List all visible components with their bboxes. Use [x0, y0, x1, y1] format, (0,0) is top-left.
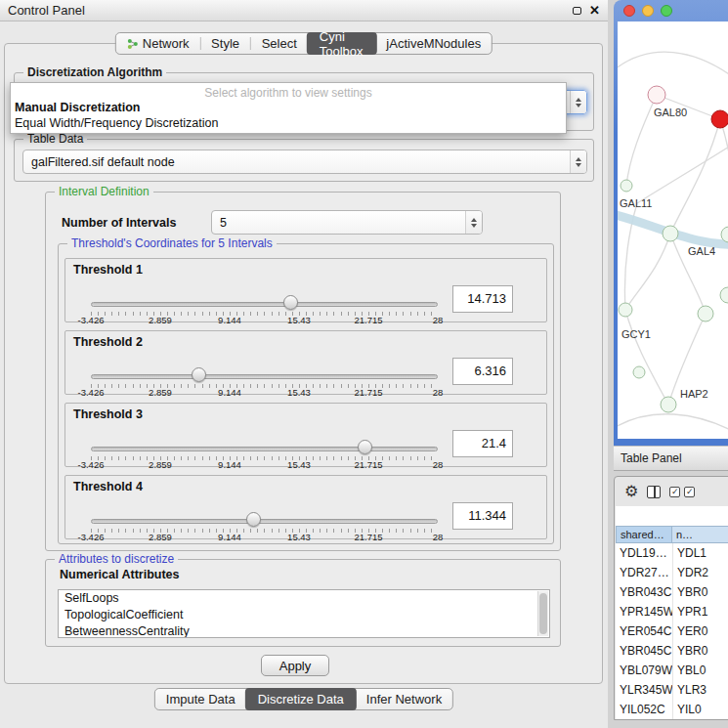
node-selected-red[interactable] [711, 110, 728, 128]
tab-discretize-data[interactable]: Discretize Data [245, 688, 357, 710]
cell[interactable]: YPR145W [616, 602, 672, 621]
combobox-stepper-icon [465, 211, 482, 234]
cell[interactable]: YBR0 [672, 641, 728, 661]
slider-thumb[interactable] [283, 295, 298, 310]
cell[interactable]: YER054C [616, 621, 672, 641]
gear-icon[interactable]: ⚙ [624, 484, 638, 499]
list-item[interactable]: SelfLoops [59, 590, 549, 607]
threshold-2-slider[interactable]: -3.426 2.859 9.144 15.43 21.715 28 [91, 331, 438, 394]
close-window-icon[interactable] [623, 5, 635, 17]
minimize-window-icon[interactable] [642, 5, 654, 17]
network-canvas[interactable]: GAL80 GAL11 GAL4 GCY1 HAP2 [618, 21, 728, 439]
threshold-4-slider[interactable]: -3.426 2.859 9.144 15.43 21.715 28 [91, 476, 438, 538]
table-row[interactable]: YDL19…YDL1 [616, 543, 728, 563]
threshold-1-value-field[interactable]: 14.713 [452, 285, 513, 313]
node[interactable] [663, 226, 678, 241]
scale-label: 21.715 [354, 387, 382, 398]
threshold-3-value-field[interactable]: 21.4 [452, 430, 513, 457]
tab-cyni-toolbox[interactable]: Cyni Toolbox [307, 32, 377, 55]
threshold-4-value-field[interactable]: 11.344 [452, 502, 513, 530]
list-item[interactable]: BetweennessCentrality [59, 623, 549, 638]
cell[interactable]: YBL0 [672, 661, 728, 680]
cell[interactable]: YPR1 [672, 602, 728, 621]
tab-style[interactable]: Style [200, 33, 250, 54]
cell[interactable]: YIL0 [672, 700, 728, 719]
scale-label: 28 [433, 459, 444, 470]
number-of-intervals-combobox[interactable]: 5 [211, 210, 483, 235]
algorithm-dropdown-popup: Select algorithm to view settings Manual… [10, 82, 567, 134]
tab-infer-network[interactable]: Infer Network [356, 689, 452, 709]
cell[interactable]: YBR045C [616, 641, 672, 661]
scale-label: -3.426 [78, 459, 105, 470]
scrollbar-thumb[interactable] [539, 593, 547, 634]
slider-thumb[interactable] [192, 367, 206, 382]
scale-label: 15.43 [287, 387, 311, 398]
bottom-tabbar: Impute Data Discretize Data Infer Networ… [154, 688, 453, 710]
table-row[interactable]: YBR045CYBR0 [616, 641, 728, 661]
apply-button[interactable]: Apply [261, 655, 329, 676]
list-item[interactable]: TopologicalCoefficient [59, 607, 549, 623]
threshold-3-slider[interactable]: -3.426 2.859 9.144 15.43 21.715 28 [91, 404, 438, 466]
tab-impute-data[interactable]: Impute Data [155, 689, 246, 709]
top-tabbar: Network Style Select Cyni Toolbox jActiv… [115, 32, 492, 55]
tab-jactivemnodules[interactable]: jActiveMNodules [375, 33, 492, 54]
cell[interactable]: YDL1 [672, 543, 728, 563]
node[interactable] [698, 306, 713, 321]
node[interactable] [621, 180, 632, 192]
group-title: Table Data [23, 132, 87, 146]
slider-track[interactable] [91, 447, 438, 451]
control-panel-titlebar[interactable]: Control Panel ✕ [0, 0, 608, 21]
dropdown-option-equal-width-frequency[interactable]: Equal Width/Frequency Discretization [11, 115, 566, 131]
node[interactable] [661, 397, 676, 412]
cell[interactable]: YBL079W [616, 661, 672, 680]
node[interactable] [619, 303, 632, 317]
tab-label: Style [211, 36, 239, 51]
zoom-window-icon[interactable] [661, 5, 672, 17]
cell[interactable]: YDL19… [616, 543, 672, 563]
slider-track[interactable] [91, 519, 438, 524]
network-view-window[interactable]: GAL80 GAL11 GAL4 GCY1 HAP2 [614, 0, 728, 446]
table-row[interactable]: YLR345WYLR3 [616, 680, 728, 700]
table-panel-header[interactable]: Table Panel [614, 446, 728, 471]
table-data-combobox[interactable]: galFiltered.sif default node [22, 150, 587, 174]
slider-track[interactable] [91, 302, 438, 307]
table-row[interactable]: YBR043CYBR0 [616, 582, 728, 602]
node[interactable] [720, 287, 728, 303]
column-header-name[interactable]: n… [672, 526, 728, 543]
slider-thumb[interactable] [246, 512, 261, 527]
cell[interactable]: YDR27… [616, 563, 672, 582]
node[interactable] [633, 366, 645, 378]
table-row[interactable]: YPR145WYPR1 [616, 602, 728, 621]
cell[interactable]: YLR345W [616, 680, 672, 700]
list-scrollbar[interactable] [537, 591, 548, 636]
slider-scale-labels: -3.426 2.859 9.144 15.43 21.715 28 [91, 385, 438, 397]
slider-thumb[interactable] [358, 440, 372, 454]
cell[interactable]: YDR2 [672, 563, 728, 582]
close-icon[interactable]: ✕ [589, 4, 600, 17]
dropdown-option-manual-discretization[interactable]: Manual Discretization [11, 100, 566, 115]
scale-label: 9.144 [218, 315, 241, 325]
cell[interactable]: YER0 [672, 621, 728, 641]
columns-icon[interactable] [647, 486, 661, 498]
table-row[interactable]: YBL079WYBL0 [616, 661, 728, 680]
dropdown-placeholder-option[interactable]: Select algorithm to view settings [11, 83, 566, 100]
table-row[interactable]: YIL052CYIL0 [616, 700, 728, 719]
node-gal80[interactable] [648, 86, 665, 104]
cell[interactable]: YIL052C [616, 700, 672, 719]
checkbox-icon[interactable]: ✓ [684, 487, 695, 497]
column-header-shared-name[interactable]: shared… [616, 526, 672, 543]
cell[interactable]: YBR0 [672, 582, 728, 602]
threshold-1-slider[interactable]: -3.426 2.859 9.144 15.43 21.715 28 [91, 259, 438, 321]
cell[interactable]: YBR043C [616, 582, 672, 602]
tab-network[interactable]: Network [116, 33, 200, 54]
tab-select[interactable]: Select [251, 33, 308, 54]
cell[interactable]: YLR3 [672, 680, 728, 700]
checkbox-icon[interactable]: ✓ [669, 487, 680, 497]
float-window-icon[interactable] [573, 7, 581, 15]
numerical-attributes-list[interactable]: SelfLoops TopologicalCoefficient Between… [58, 589, 550, 638]
node-label: GAL80 [654, 107, 687, 118]
threshold-2-value-field[interactable]: 6.316 [452, 358, 513, 385]
slider-track[interactable] [91, 374, 438, 379]
table-row[interactable]: YER054CYER0 [616, 621, 728, 641]
table-row[interactable]: YDR27…YDR2 [616, 563, 728, 582]
